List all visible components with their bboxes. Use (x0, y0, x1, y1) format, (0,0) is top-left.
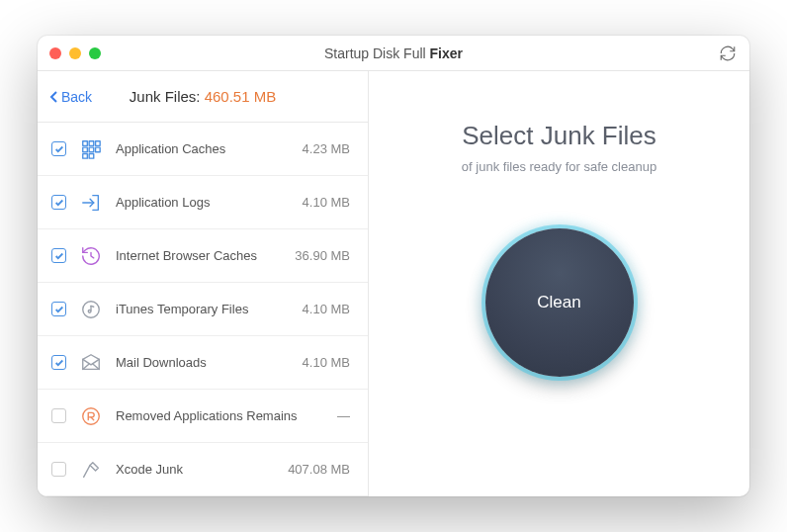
refresh-button[interactable] (718, 44, 738, 63)
svg-rect-7 (89, 153, 94, 158)
svg-rect-3 (83, 147, 88, 152)
list-item-label: Removed Applications Remains (116, 408, 325, 423)
list-item-size: 4.10 MB (303, 195, 350, 210)
titlebar: Startup Disk Full Fixer (38, 36, 749, 71)
list-item-size: 4.10 MB (303, 355, 350, 370)
check-icon (54, 198, 64, 208)
list-item-label: Application Caches (116, 141, 291, 156)
list-item-size: 4.23 MB (303, 141, 350, 156)
checkbox[interactable] (51, 355, 66, 370)
clean-button-label: Clean (537, 293, 580, 312)
back-button[interactable]: Back (49, 89, 92, 105)
list-item-size: 36.90 MB (295, 248, 350, 263)
list-item-label: Internet Browser Caches (116, 248, 283, 263)
list-item[interactable]: Xcode Junk407.08 MB (38, 443, 368, 496)
list-item-label: Xcode Junk (116, 462, 276, 477)
list-item-size: 407.08 MB (288, 462, 350, 477)
checkbox[interactable] (51, 302, 66, 316)
junk-files-list: Application Caches4.23 MBApplication Log… (38, 123, 368, 496)
maximize-window-button[interactable] (89, 47, 101, 59)
svg-rect-1 (89, 140, 94, 145)
svg-rect-5 (96, 147, 101, 152)
check-icon (54, 144, 64, 154)
clean-button[interactable]: Clean (485, 228, 634, 377)
main-title: Select Junk Files (462, 121, 656, 151)
list-item-label: Application Logs (116, 195, 291, 210)
checkbox[interactable] (51, 462, 66, 477)
junk-files-label: Junk Files: (130, 88, 205, 105)
chevron-left-icon (49, 90, 59, 104)
app-window: Startup Disk Full Fixer Back Junk Files:… (38, 36, 749, 496)
list-item-size: 4.10 MB (303, 302, 350, 316)
letter-r-icon (78, 403, 104, 429)
traffic-lights (49, 47, 101, 59)
arrow-in-icon (78, 190, 104, 216)
check-icon (54, 358, 64, 368)
svg-rect-6 (83, 153, 88, 158)
check-icon (54, 305, 64, 314)
mail-icon (78, 350, 104, 376)
list-item[interactable]: Application Caches4.23 MB (38, 123, 368, 176)
sidebar-header: Back Junk Files: 460.51 MB (38, 71, 368, 123)
check-icon (54, 251, 64, 261)
hammer-icon (78, 457, 104, 483)
window-title: Startup Disk Full Fixer (38, 45, 749, 61)
list-item[interactable]: Application Logs4.10 MB (38, 176, 368, 229)
checkbox[interactable] (51, 195, 66, 210)
list-item-label: iTunes Temporary Files (116, 302, 291, 316)
refresh-icon (719, 44, 737, 62)
list-item[interactable]: iTunes Temporary Files4.10 MB (38, 283, 368, 336)
back-label: Back (61, 89, 92, 105)
checkbox[interactable] (51, 408, 66, 423)
sidebar: Back Junk Files: 460.51 MB Application C… (38, 71, 369, 496)
svg-rect-0 (83, 140, 88, 145)
minimize-window-button[interactable] (69, 47, 81, 59)
list-item[interactable]: Mail Downloads4.10 MB (38, 336, 368, 390)
checkbox[interactable] (51, 248, 66, 263)
body: Back Junk Files: 460.51 MB Application C… (38, 71, 749, 496)
list-item-size: — (337, 408, 350, 423)
title-text: Startup Disk Full (324, 45, 430, 61)
list-item[interactable]: Removed Applications Remains— (38, 390, 368, 443)
title-bold: Fixer (430, 45, 463, 61)
history-icon (78, 243, 104, 269)
svg-point-10 (83, 407, 100, 424)
svg-rect-2 (96, 140, 101, 145)
checkbox[interactable] (51, 141, 66, 156)
list-item[interactable]: Internet Browser Caches36.90 MB (38, 229, 368, 283)
main-panel: Select Junk Files of junk files ready fo… (369, 71, 749, 496)
list-item-label: Mail Downloads (116, 355, 291, 370)
main-subtitle: of junk files ready for safe cleanup (462, 159, 656, 174)
music-icon (78, 297, 104, 322)
close-window-button[interactable] (49, 47, 61, 59)
junk-files-size: 460.51 MB (205, 88, 277, 105)
svg-rect-4 (89, 147, 94, 152)
svg-point-9 (88, 310, 91, 312)
grid-icon (78, 136, 104, 162)
